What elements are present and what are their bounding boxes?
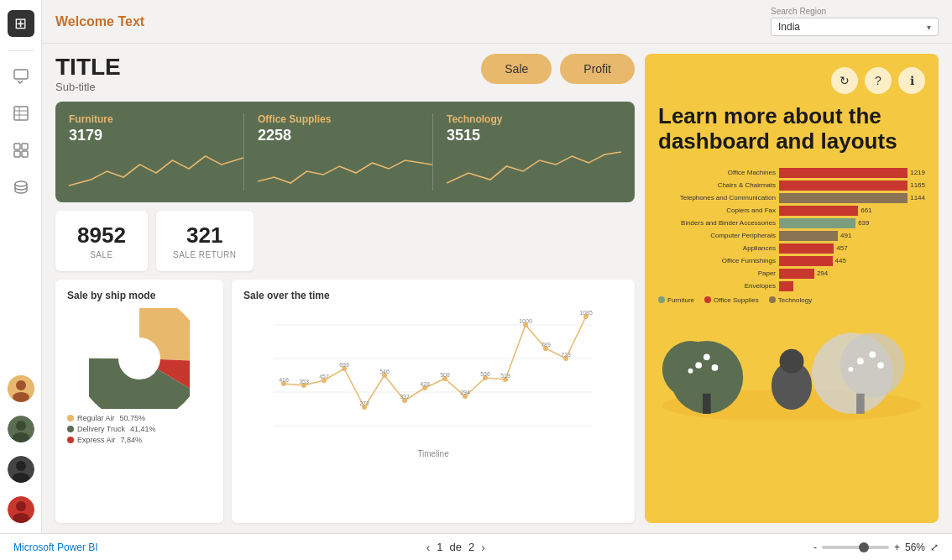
profit-button[interactable]: Profit [560,54,635,84]
pie-legend-regular-air: Regular Air 50,75% [67,414,212,422]
avatar-3[interactable] [8,456,34,483]
search-label: Search Region [771,7,939,16]
svg-point-15 [13,432,29,442]
svg-text:508: 508 [440,372,450,378]
svg-text:272: 272 [359,400,369,406]
sidebar-grid-icon[interactable] [9,139,33,162]
title-block: TITLE Sub-title [55,54,121,93]
bar-cat-6: Computer Peripherals [658,232,776,239]
page-current: 1 [437,541,442,553]
regular-air-label: Regular Air [77,414,115,422]
pie-legend-express-air: Express Air 7,84% [67,436,212,444]
bar-row-2: Chairs & Chairmats 1165 [658,181,925,191]
page-label: de [450,541,462,553]
svg-rect-65 [703,394,711,414]
express-air-label: Express Air [77,436,116,444]
zoom-minus-button[interactable]: - [813,542,817,553]
bar-legend-tech: Technology [769,296,812,304]
bar-cat-2: Chairs & Chairmats [658,181,776,189]
right-panel: ↻ ? ℹ Learn more about the dashboard and… [645,54,939,523]
svg-point-12 [13,392,29,402]
bar-cat-8: Office Furnishings [658,257,776,264]
svg-point-74 [870,351,876,358]
bar-row-9: Paper 294 [658,269,925,279]
right-panel-title: Learn more about the dashboard and layou… [658,104,925,154]
bar-track-3: 1144 [779,193,925,203]
refresh-button[interactable]: ↻ [831,67,858,94]
office-legend-label: Office Supplies [714,296,759,304]
zoom-plus-button[interactable]: + [894,542,900,553]
svg-point-76 [848,367,853,372]
pie-legend-delivery-truck: Delivery Truck 41,41% [67,425,212,433]
bar-legend: Furniture Office Supplies Technology [658,296,925,304]
bar-track-10 [779,281,925,291]
search-input[interactable] [778,21,927,33]
sidebar-table-icon[interactable] [9,102,33,125]
prev-page-button[interactable]: ‹ [426,541,431,554]
dashboard-header: Welcome Text Search Region ▾ [42,0,952,44]
regular-air-dot [67,415,74,421]
metric-tech-value: 3515 [447,127,621,144]
svg-text:428: 428 [420,381,430,387]
sidebar-chat-icon[interactable] [9,65,33,88]
stat-sale-label: SALE [90,250,113,259]
bar-row-3: Telephones and Communication 1144 [658,193,925,203]
svg-text:353: 353 [299,379,309,385]
svg-point-66 [695,362,702,369]
grid-icon: ⊞ [14,14,27,33]
svg-point-14 [16,421,26,431]
svg-point-18 [13,473,29,483]
expand-icon[interactable]: ⤢ [930,542,939,553]
bar-val-7: 457 [836,244,847,252]
sub-title: Sub-title [55,81,121,93]
pagination: ‹ 1 de 2 › [426,541,485,554]
pie-legend: Regular Air 50,75% Delivery Truck 41,41%… [67,414,212,444]
metric-office: Office Supplies 2258 [243,113,432,191]
metric-tech-label: Technology [447,113,621,125]
timeline-label: Timeline [243,449,623,458]
svg-point-21 [13,513,29,523]
regular-air-pct: 50,75% [120,414,146,422]
zoom-slider-thumb[interactable] [859,542,869,552]
line-chart: 416 353 457 699 272 546 337 428 508 294 [243,308,623,446]
sidebar-logo[interactable]: ⊞ [8,10,34,37]
right-panel-header: ↻ ? ℹ [658,67,925,94]
line-chart-title: Sale over the time [243,290,623,301]
metric-furniture-label: Furniture [69,113,243,125]
svg-text:789: 789 [541,342,551,348]
bar-seg-10 [779,281,793,291]
sale-button[interactable]: Sale [481,54,552,84]
svg-rect-0 [14,70,28,79]
bar-val-3: 1144 [910,194,925,201]
svg-text:294: 294 [460,390,470,395]
bar-seg-6 [779,231,838,241]
bar-track-5: 639 [779,218,925,228]
pie-chart [89,308,190,409]
power-bi-link[interactable]: Microsoft Power BI [13,542,98,553]
bar-val-5: 639 [858,219,869,227]
avatar-2[interactable] [8,416,34,442]
svg-rect-5 [14,144,20,149]
zoom-controls: - + 56% ⤢ [813,542,939,553]
avatar-4[interactable] [8,496,34,523]
bar-seg-1 [779,168,908,178]
sidebar-divider [8,50,34,51]
info-button[interactable]: ℹ [898,67,925,94]
metric-tech: Technology 3515 [432,113,621,191]
tech-legend-dot [769,296,776,303]
next-page-button[interactable]: › [481,541,485,554]
dashboard-body: TITLE Sub-title Sale Profit Furniture 31… [42,44,952,533]
charts-row: Sale by ship mode [55,280,635,523]
bar-row-6: Computer Peripherals 491 [658,231,925,241]
bar-cat-3: Telephones and Communication [658,194,776,201]
bar-track-4: 661 [779,206,925,216]
avatar-1[interactable] [8,375,34,402]
search-input-row[interactable]: ▾ [771,18,939,36]
help-button[interactable]: ? [865,67,892,94]
sidebar-db-icon[interactable] [9,175,33,199]
svg-point-9 [15,181,27,186]
zoom-slider[interactable] [822,546,889,549]
bar-cat-10: Envelopes [658,282,776,290]
delivery-truck-dot [67,426,74,432]
bar-cat-1: Office Machines [658,169,776,176]
